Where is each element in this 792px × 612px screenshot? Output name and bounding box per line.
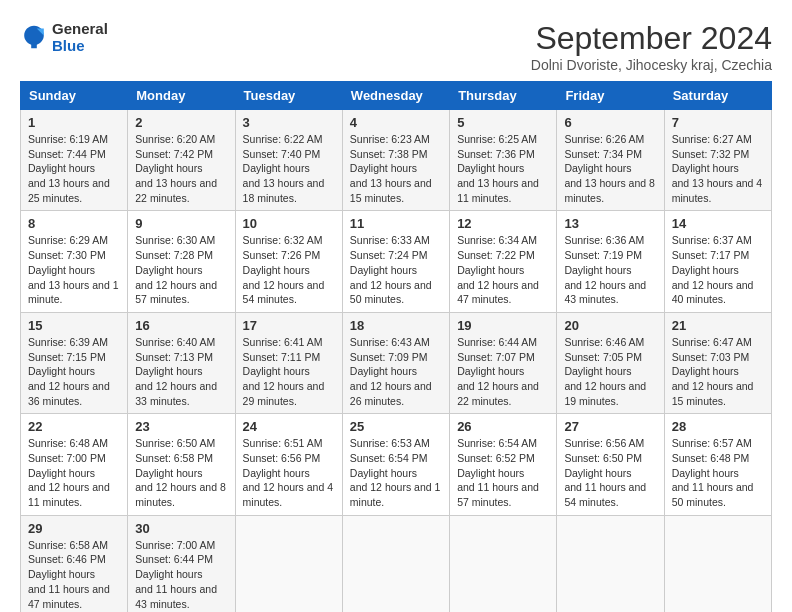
cell-content: Sunrise: 6:33 AMSunset: 7:24 PMDaylight …	[350, 234, 432, 305]
calendar-header-row: SundayMondayTuesdayWednesdayThursdayFrid…	[21, 82, 772, 110]
location-subtitle: Dolni Dvoriste, Jihocesky kraj, Czechia	[531, 57, 772, 73]
cell-content: Sunrise: 6:25 AMSunset: 7:36 PMDaylight …	[457, 133, 539, 204]
day-number: 25	[350, 419, 442, 434]
cell-content: Sunrise: 6:47 AMSunset: 7:03 PMDaylight …	[672, 336, 754, 407]
calendar-table: SundayMondayTuesdayWednesdayThursdayFrid…	[20, 81, 772, 612]
cell-content: Sunrise: 6:43 AMSunset: 7:09 PMDaylight …	[350, 336, 432, 407]
cell-content: Sunrise: 6:41 AMSunset: 7:11 PMDaylight …	[243, 336, 325, 407]
cell-content: Sunrise: 6:53 AMSunset: 6:54 PMDaylight …	[350, 437, 441, 508]
day-number: 14	[672, 216, 764, 231]
weekday-header: Wednesday	[342, 82, 449, 110]
weekday-header: Sunday	[21, 82, 128, 110]
calendar-week-row: 29 Sunrise: 6:58 AMSunset: 6:46 PMDaylig…	[21, 515, 772, 612]
day-number: 24	[243, 419, 335, 434]
calendar-cell: 15 Sunrise: 6:39 AMSunset: 7:15 PMDaylig…	[21, 312, 128, 413]
cell-content: Sunrise: 6:39 AMSunset: 7:15 PMDaylight …	[28, 336, 110, 407]
weekday-header: Thursday	[450, 82, 557, 110]
calendar-cell: 10 Sunrise: 6:32 AMSunset: 7:26 PMDaylig…	[235, 211, 342, 312]
calendar-cell: 1 Sunrise: 6:19 AMSunset: 7:44 PMDayligh…	[21, 110, 128, 211]
calendar-cell: 14 Sunrise: 6:37 AMSunset: 7:17 PMDaylig…	[664, 211, 771, 312]
calendar-cell: 13 Sunrise: 6:36 AMSunset: 7:19 PMDaylig…	[557, 211, 664, 312]
cell-content: Sunrise: 6:20 AMSunset: 7:42 PMDaylight …	[135, 133, 217, 204]
calendar-cell: 28 Sunrise: 6:57 AMSunset: 6:48 PMDaylig…	[664, 414, 771, 515]
cell-content: Sunrise: 6:22 AMSunset: 7:40 PMDaylight …	[243, 133, 325, 204]
calendar-cell	[557, 515, 664, 612]
calendar-cell: 24 Sunrise: 6:51 AMSunset: 6:56 PMDaylig…	[235, 414, 342, 515]
calendar-cell: 18 Sunrise: 6:43 AMSunset: 7:09 PMDaylig…	[342, 312, 449, 413]
cell-content: Sunrise: 6:34 AMSunset: 7:22 PMDaylight …	[457, 234, 539, 305]
calendar-week-row: 22 Sunrise: 6:48 AMSunset: 7:00 PMDaylig…	[21, 414, 772, 515]
cell-content: Sunrise: 6:56 AMSunset: 6:50 PMDaylight …	[564, 437, 646, 508]
day-number: 22	[28, 419, 120, 434]
day-number: 21	[672, 318, 764, 333]
calendar-week-row: 8 Sunrise: 6:29 AMSunset: 7:30 PMDayligh…	[21, 211, 772, 312]
cell-content: Sunrise: 6:36 AMSunset: 7:19 PMDaylight …	[564, 234, 646, 305]
cell-content: Sunrise: 6:46 AMSunset: 7:05 PMDaylight …	[564, 336, 646, 407]
calendar-cell: 25 Sunrise: 6:53 AMSunset: 6:54 PMDaylig…	[342, 414, 449, 515]
day-number: 18	[350, 318, 442, 333]
calendar-cell: 16 Sunrise: 6:40 AMSunset: 7:13 PMDaylig…	[128, 312, 235, 413]
day-number: 11	[350, 216, 442, 231]
weekday-header: Monday	[128, 82, 235, 110]
day-number: 3	[243, 115, 335, 130]
calendar-cell: 23 Sunrise: 6:50 AMSunset: 6:58 PMDaylig…	[128, 414, 235, 515]
cell-content: Sunrise: 6:51 AMSunset: 6:56 PMDaylight …	[243, 437, 334, 508]
calendar-cell: 12 Sunrise: 6:34 AMSunset: 7:22 PMDaylig…	[450, 211, 557, 312]
cell-content: Sunrise: 6:54 AMSunset: 6:52 PMDaylight …	[457, 437, 539, 508]
calendar-body: 1 Sunrise: 6:19 AMSunset: 7:44 PMDayligh…	[21, 110, 772, 613]
day-number: 1	[28, 115, 120, 130]
cell-content: Sunrise: 6:30 AMSunset: 7:28 PMDaylight …	[135, 234, 217, 305]
day-number: 26	[457, 419, 549, 434]
day-number: 4	[350, 115, 442, 130]
day-number: 15	[28, 318, 120, 333]
cell-content: Sunrise: 6:48 AMSunset: 7:00 PMDaylight …	[28, 437, 110, 508]
day-number: 7	[672, 115, 764, 130]
calendar-cell: 8 Sunrise: 6:29 AMSunset: 7:30 PMDayligh…	[21, 211, 128, 312]
cell-content: Sunrise: 6:27 AMSunset: 7:32 PMDaylight …	[672, 133, 763, 204]
cell-content: Sunrise: 6:58 AMSunset: 6:46 PMDaylight …	[28, 539, 110, 610]
calendar-cell: 21 Sunrise: 6:47 AMSunset: 7:03 PMDaylig…	[664, 312, 771, 413]
cell-content: Sunrise: 6:44 AMSunset: 7:07 PMDaylight …	[457, 336, 539, 407]
calendar-cell: 2 Sunrise: 6:20 AMSunset: 7:42 PMDayligh…	[128, 110, 235, 211]
calendar-cell	[342, 515, 449, 612]
day-number: 30	[135, 521, 227, 536]
cell-content: Sunrise: 6:32 AMSunset: 7:26 PMDaylight …	[243, 234, 325, 305]
cell-content: Sunrise: 6:23 AMSunset: 7:38 PMDaylight …	[350, 133, 432, 204]
calendar-cell: 7 Sunrise: 6:27 AMSunset: 7:32 PMDayligh…	[664, 110, 771, 211]
calendar-cell: 6 Sunrise: 6:26 AMSunset: 7:34 PMDayligh…	[557, 110, 664, 211]
day-number: 5	[457, 115, 549, 130]
day-number: 20	[564, 318, 656, 333]
day-number: 16	[135, 318, 227, 333]
logo-text: General Blue	[52, 20, 108, 54]
day-number: 12	[457, 216, 549, 231]
cell-content: Sunrise: 6:29 AMSunset: 7:30 PMDaylight …	[28, 234, 119, 305]
day-number: 27	[564, 419, 656, 434]
day-number: 19	[457, 318, 549, 333]
calendar-cell: 26 Sunrise: 6:54 AMSunset: 6:52 PMDaylig…	[450, 414, 557, 515]
day-number: 17	[243, 318, 335, 333]
day-number: 13	[564, 216, 656, 231]
month-title: September 2024	[531, 20, 772, 57]
calendar-cell: 22 Sunrise: 6:48 AMSunset: 7:00 PMDaylig…	[21, 414, 128, 515]
cell-content: Sunrise: 6:26 AMSunset: 7:34 PMDaylight …	[564, 133, 655, 204]
calendar-cell: 27 Sunrise: 6:56 AMSunset: 6:50 PMDaylig…	[557, 414, 664, 515]
calendar-cell: 4 Sunrise: 6:23 AMSunset: 7:38 PMDayligh…	[342, 110, 449, 211]
day-number: 10	[243, 216, 335, 231]
day-number: 29	[28, 521, 120, 536]
calendar-cell: 3 Sunrise: 6:22 AMSunset: 7:40 PMDayligh…	[235, 110, 342, 211]
day-number: 23	[135, 419, 227, 434]
logo-icon	[20, 23, 48, 51]
day-number: 28	[672, 419, 764, 434]
cell-content: Sunrise: 6:37 AMSunset: 7:17 PMDaylight …	[672, 234, 754, 305]
title-block: September 2024 Dolni Dvoriste, Jihocesky…	[531, 20, 772, 73]
day-number: 6	[564, 115, 656, 130]
calendar-cell	[450, 515, 557, 612]
day-number: 9	[135, 216, 227, 231]
calendar-cell: 11 Sunrise: 6:33 AMSunset: 7:24 PMDaylig…	[342, 211, 449, 312]
calendar-cell: 29 Sunrise: 6:58 AMSunset: 6:46 PMDaylig…	[21, 515, 128, 612]
cell-content: Sunrise: 6:57 AMSunset: 6:48 PMDaylight …	[672, 437, 754, 508]
weekday-header: Tuesday	[235, 82, 342, 110]
cell-content: Sunrise: 7:00 AMSunset: 6:44 PMDaylight …	[135, 539, 217, 610]
calendar-week-row: 1 Sunrise: 6:19 AMSunset: 7:44 PMDayligh…	[21, 110, 772, 211]
calendar-cell	[664, 515, 771, 612]
